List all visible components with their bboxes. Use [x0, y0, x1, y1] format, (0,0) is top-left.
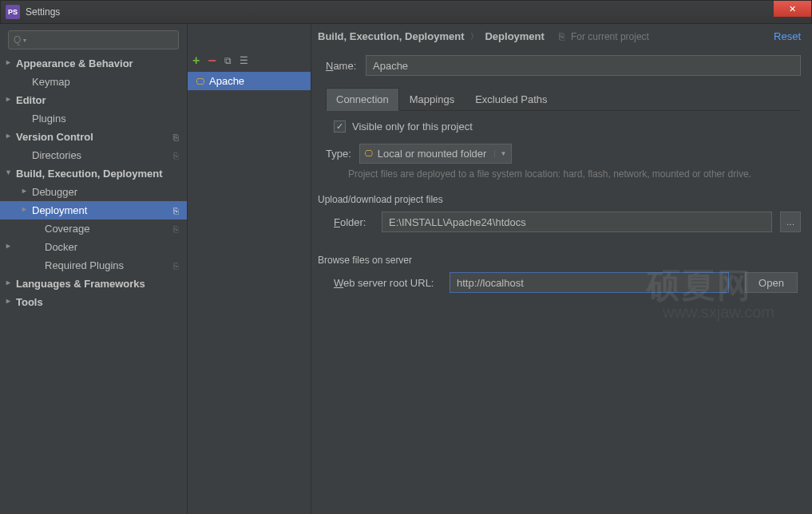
type-select[interactable]: 🖵 Local or mounted folder ▼ [359, 144, 513, 164]
titlebar: PS Settings ✕ [0, 0, 812, 24]
project-scope-label: For current project [571, 31, 649, 42]
sidebar-item[interactable]: ►Appearance & Behavior [0, 54, 187, 73]
tree-arrow-icon: ► [5, 95, 12, 103]
search-input[interactable]: Q▾ [8, 30, 179, 49]
name-label: Name: [318, 60, 366, 72]
sidebar-item-label: Coverage [45, 223, 89, 235]
project-scope-icon: ⎘ [173, 261, 179, 271]
server-icon: 🖵 [196, 77, 204, 86]
sidebar-item-label: Build, Execution, Deployment [16, 168, 162, 180]
copy-server-button[interactable]: ⧉ [224, 55, 232, 66]
tree-arrow-icon: ► [5, 297, 12, 305]
tree-arrow-icon: ► [5, 242, 12, 250]
sidebar-item[interactable]: Keymap [0, 73, 187, 91]
sidebar-item[interactable]: ►Debugger [0, 183, 187, 201]
open-button[interactable]: Open [745, 272, 798, 293]
search-icon: Q [14, 34, 21, 45]
server-list-panel: + − ⧉ ☰ 🖵 Apache [188, 24, 311, 514]
tab-mappings[interactable]: Mappings [399, 88, 465, 111]
breadcrumb-parent[interactable]: Build, Execution, Deployment [318, 30, 464, 42]
settings-tree: ►Appearance & BehaviorKeymap►EditorPlugi… [0, 54, 187, 311]
server-toolbar: + − ⧉ ☰ [188, 49, 311, 72]
project-scope-icon: ⎘ [173, 132, 179, 142]
type-value: Local or mounted folder [378, 148, 487, 160]
sidebar-item-label: Required Plugins [45, 259, 124, 271]
project-scope-icon: ⎘ [559, 31, 564, 42]
type-label: Type: [326, 148, 351, 160]
url-label: Web server root URL: [334, 277, 442, 289]
web-server-url-input[interactable] [450, 272, 729, 293]
name-input[interactable] [366, 55, 801, 76]
sidebar-item-label: Directories [32, 149, 81, 161]
sidebar-item-label: Appearance & Behavior [16, 57, 133, 69]
upload-section-label: Upload/download project files [318, 194, 801, 205]
project-scope-icon: ⎘ [173, 151, 179, 160]
chevron-down-icon: ▼ [494, 150, 506, 157]
tree-arrow-icon: ► [21, 205, 28, 213]
sidebar-item-label: Editor [16, 94, 46, 106]
sidebar-item-label: Tools [16, 296, 43, 308]
tree-arrow-icon: ► [5, 132, 12, 140]
project-scope-icon: ⎘ [173, 224, 179, 234]
sidebar-item[interactable]: ►Docker [0, 238, 187, 256]
server-label: Apache [209, 75, 244, 87]
tree-arrow-icon: ► [5, 58, 12, 66]
sidebar-item[interactable]: ▼Build, Execution, Deployment [0, 164, 187, 183]
tree-arrow-icon: ► [5, 279, 12, 287]
sidebar-item[interactable]: ►Version Control⎘ [0, 128, 187, 146]
sidebar-item-label: Deployment [32, 204, 87, 216]
visible-only-label: Visible only for this project [352, 121, 473, 132]
tab-excluded-paths[interactable]: Excluded Paths [465, 88, 557, 111]
app-icon: PS [6, 5, 20, 19]
add-server-button[interactable]: + [192, 53, 200, 68]
breadcrumb-current: Deployment [485, 30, 544, 42]
sidebar-item-label: Docker [45, 241, 77, 253]
sidebar-item[interactable]: Coverage⎘ [0, 219, 187, 238]
chevron-down-icon: ▾ [23, 37, 26, 44]
window-title: Settings [26, 6, 60, 18]
folder-icon: 🖵 [365, 149, 373, 158]
sidebar-item[interactable]: ►Tools [0, 293, 187, 311]
type-hint: Project files are deployed to a file sys… [348, 168, 801, 180]
close-button[interactable]: ✕ [774, 1, 811, 17]
settings-sidebar: Q▾ ►Appearance & BehaviorKeymap►EditorPl… [0, 24, 188, 514]
folder-input[interactable] [382, 212, 772, 232]
sidebar-item[interactable]: ►Languages & Frameworks [0, 275, 187, 293]
chevron-right-icon: 〉 [470, 31, 478, 42]
sidebar-item-label: Plugins [32, 113, 66, 125]
sidebar-item[interactable]: ►Deployment⎘ [0, 201, 187, 219]
sidebar-item[interactable]: Directories⎘ [0, 146, 187, 164]
remove-server-button[interactable]: − [208, 53, 216, 69]
sidebar-item[interactable]: Plugins [0, 109, 187, 128]
sidebar-item-label: Keymap [32, 76, 70, 88]
tree-arrow-icon: ► [21, 187, 28, 195]
tab-connection[interactable]: Connection [326, 88, 399, 111]
reset-link[interactable]: Reset [774, 30, 801, 42]
import-button[interactable]: ☰ [240, 55, 248, 66]
folder-label: Folder: [334, 216, 374, 228]
sidebar-item-label: Languages & Frameworks [16, 278, 145, 290]
tree-arrow-icon: ▼ [5, 168, 12, 176]
breadcrumb: Build, Execution, Deployment 〉 Deploymen… [318, 30, 801, 42]
tabs: Connection Mappings Excluded Paths [326, 87, 801, 111]
sidebar-item[interactable]: Required Plugins⎘ [0, 256, 187, 275]
server-item-apache[interactable]: 🖵 Apache [188, 72, 311, 90]
visible-only-checkbox[interactable]: ✓ [334, 121, 346, 132]
main-panel: Build, Execution, Deployment 〉 Deploymen… [311, 24, 812, 514]
project-scope-icon: ⎘ [173, 206, 179, 215]
sidebar-item[interactable]: ►Editor [0, 91, 187, 109]
browse-folder-button[interactable]: … [780, 212, 801, 232]
watermark-url: www.sxjaw.com [663, 303, 774, 322]
browse-section-label: Browse files on server [318, 255, 801, 266]
sidebar-item-label: Version Control [16, 131, 93, 143]
sidebar-item-label: Debugger [32, 186, 77, 198]
